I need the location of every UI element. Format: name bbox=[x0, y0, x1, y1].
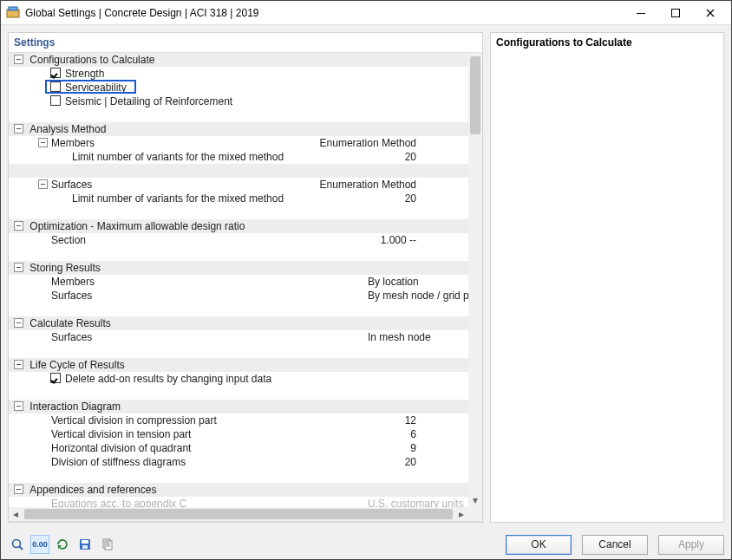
item-calc-surfaces[interactable]: Surfaces In mesh node bbox=[9, 330, 468, 344]
item-strength[interactable]: Strength bbox=[9, 67, 468, 81]
item-value: 20 bbox=[405, 455, 416, 469]
cancel-button[interactable]: Cancel bbox=[582, 535, 648, 555]
svg-rect-6 bbox=[82, 540, 88, 544]
expand-icon[interactable] bbox=[38, 179, 48, 189]
checkbox-seismic[interactable] bbox=[50, 95, 61, 106]
dialog-window: Global Settings | Concrete Design | ACI … bbox=[0, 0, 732, 560]
item-label: Section bbox=[51, 233, 86, 247]
expand-icon[interactable] bbox=[14, 485, 23, 494]
details-panel: Configurations to Calculate bbox=[490, 32, 724, 523]
refresh-icon bbox=[56, 537, 69, 551]
section-interaction-diagram[interactable]: Interaction Diagram bbox=[9, 400, 468, 413]
checkbox-strength[interactable] bbox=[50, 68, 61, 78]
item-members-limit[interactable]: Limit number of variants for the mixed m… bbox=[9, 150, 468, 164]
section-label: Storing Results bbox=[29, 261, 100, 275]
item-label: Surfaces bbox=[51, 178, 92, 192]
section-life-cycle[interactable]: Life Cycle of Results bbox=[9, 358, 468, 372]
close-button[interactable] bbox=[693, 2, 728, 24]
decimals-icon: 0.00 bbox=[32, 540, 48, 549]
tool-copy[interactable] bbox=[98, 535, 117, 554]
section-analysis-method[interactable]: Analysis Method bbox=[9, 122, 468, 136]
scroll-right-icon[interactable]: ▸ bbox=[454, 507, 468, 521]
item-label: Serviceability bbox=[65, 81, 127, 94]
tool-search[interactable] bbox=[8, 535, 27, 554]
expand-icon[interactable] bbox=[14, 401, 23, 411]
item-members[interactable]: Members Enumeration Method bbox=[9, 136, 468, 150]
item-section[interactable]: Section 1.000 -- bbox=[9, 233, 468, 247]
item-label: Members bbox=[51, 275, 95, 289]
item-equations-appendix-c[interactable]: Equations acc. to appendix C U.S. custom… bbox=[9, 497, 468, 507]
section-label: Interaction Diagram bbox=[29, 400, 121, 413]
minimize-button[interactable] bbox=[624, 2, 658, 24]
details-panel-header: Configurations to Calculate bbox=[491, 33, 723, 52]
checkbox-serviceability[interactable] bbox=[50, 81, 61, 92]
settings-tree[interactable]: Configurations to Calculate Strength Ser… bbox=[9, 52, 482, 522]
settings-panel: Settings Configurations to Calculate Str… bbox=[8, 32, 483, 523]
item-label: Delete add-on results by changing input … bbox=[65, 372, 271, 386]
scroll-left-icon[interactable]: ◂ bbox=[9, 507, 23, 521]
item-label: Horizontal division of quadrant bbox=[51, 441, 191, 455]
section-label: Analysis Method bbox=[29, 122, 106, 136]
horizontal-scrollbar[interactable]: ◂ ▸ bbox=[9, 507, 468, 521]
item-value: 20 bbox=[405, 192, 416, 205]
expand-icon[interactable] bbox=[38, 138, 48, 147]
item-value: Enumeration Method bbox=[320, 178, 416, 192]
scroll-down-icon[interactable]: ▾ bbox=[468, 493, 482, 507]
vertical-scrollbar[interactable]: ▴ ▾ bbox=[468, 53, 482, 507]
expand-icon[interactable] bbox=[14, 318, 23, 328]
item-seismic[interactable]: Seismic | Detailing of Reinforcement bbox=[9, 94, 468, 108]
item-label: Equations acc. to appendix C bbox=[51, 497, 186, 507]
item-vcomp[interactable]: Vertical division in compression part 12 bbox=[9, 413, 468, 427]
item-delete-results[interactable]: Delete add-on results by changing input … bbox=[9, 372, 468, 386]
checkbox-delete-results[interactable] bbox=[50, 373, 61, 383]
item-serviceability[interactable]: Serviceability bbox=[9, 81, 468, 94]
section-label: Calculate Results bbox=[29, 316, 110, 330]
svg-rect-1 bbox=[9, 7, 17, 10]
app-icon bbox=[6, 6, 20, 20]
item-value: 9 bbox=[410, 441, 416, 455]
expand-icon[interactable] bbox=[14, 360, 23, 369]
window-title: Global Settings | Concrete Design | ACI … bbox=[25, 7, 624, 19]
item-value: 6 bbox=[410, 427, 416, 441]
scroll-thumb[interactable] bbox=[470, 56, 480, 134]
expand-icon[interactable] bbox=[14, 124, 23, 133]
client-area: Settings Configurations to Calculate Str… bbox=[1, 25, 731, 530]
item-storing-surfaces[interactable]: Surfaces By mesh node / grid point bbox=[9, 289, 468, 303]
item-surfaces-limit[interactable]: Limit number of variants for the mixed m… bbox=[9, 192, 468, 205]
expand-icon[interactable] bbox=[14, 263, 23, 272]
item-label: Members bbox=[51, 136, 95, 150]
settings-panel-header: Settings bbox=[9, 33, 482, 52]
maximize-icon bbox=[671, 9, 680, 17]
ok-button[interactable]: OK bbox=[506, 535, 572, 555]
section-configurations[interactable]: Configurations to Calculate bbox=[9, 53, 468, 67]
maximize-button[interactable] bbox=[658, 2, 693, 24]
section-storing-results[interactable]: Storing Results bbox=[9, 261, 468, 275]
item-value: By location bbox=[368, 275, 419, 289]
item-storing-members[interactable]: Members By location bbox=[9, 275, 468, 289]
item-stiff[interactable]: Division of stiffness diagrams 20 bbox=[9, 455, 468, 469]
expand-icon[interactable] bbox=[14, 55, 23, 64]
item-vten[interactable]: Vertical division in tension part 6 bbox=[9, 427, 468, 441]
item-surfaces-analysis[interactable]: Surfaces Enumeration Method bbox=[9, 178, 468, 192]
section-calculate-results[interactable]: Calculate Results bbox=[9, 316, 468, 330]
svg-rect-7 bbox=[82, 545, 88, 549]
item-value: In mesh node bbox=[368, 330, 431, 344]
scroll-thumb[interactable] bbox=[24, 509, 453, 519]
bottom-toolbar: 0.00 OK Cancel Apply bbox=[1, 530, 731, 559]
item-hquad[interactable]: Horizontal division of quadrant 9 bbox=[9, 441, 468, 455]
copy-icon bbox=[101, 537, 114, 551]
expand-icon[interactable] bbox=[14, 221, 23, 231]
item-label: Surfaces bbox=[51, 289, 92, 303]
item-label: Division of stiffness diagrams bbox=[51, 455, 186, 469]
item-value: By mesh node / grid point bbox=[368, 289, 468, 303]
item-value: 12 bbox=[405, 413, 416, 427]
item-label: Strength bbox=[65, 67, 104, 81]
tool-save[interactable] bbox=[75, 535, 95, 554]
tool-decimals[interactable]: 0.00 bbox=[30, 535, 49, 554]
apply-button[interactable]: Apply bbox=[658, 535, 724, 555]
item-label: Vertical division in tension part bbox=[51, 427, 191, 441]
tool-refresh[interactable] bbox=[53, 535, 72, 554]
section-optimization[interactable]: Optimization - Maximum allowable design … bbox=[9, 219, 468, 233]
section-appendices[interactable]: Appendices and references bbox=[9, 483, 468, 497]
item-label: Vertical division in compression part bbox=[51, 413, 217, 427]
